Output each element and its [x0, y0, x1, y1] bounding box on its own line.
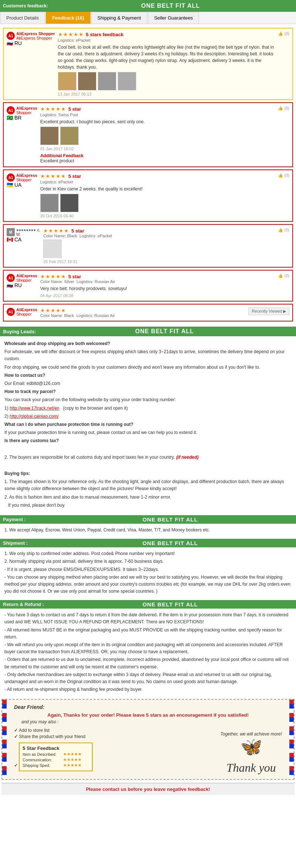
reviewer-info: A1 AliExpress Shopper: [7, 307, 37, 316]
bottom-warning: Please contact us before you leave negat…: [1, 783, 295, 795]
tab-product-details[interactable]: Product Details: [0, 12, 45, 24]
buying-info-p7: 1) http://www.17track.net/en (copy to th…: [4, 405, 292, 412]
avatar: A1: [7, 173, 15, 182]
reviewer-row: A1 AliExpress Shopper: [7, 106, 37, 115]
avatar: A1: [7, 106, 15, 114]
buying-info-p2: For drop shipping, we could send the goo…: [4, 364, 292, 371]
buying-leads-label: Buying Leads:: [3, 329, 36, 334]
reviewer-sub: M.: [16, 232, 40, 237]
review-header: A1 AliExpress Shopper 🇷🇺 RU ★★★★★ 5 star…: [7, 273, 289, 298]
rating-text: 5 star: [68, 274, 81, 279]
feedback-box: 5 Star Feedback Item as Described: ★★★★★…: [19, 743, 93, 771]
tab-shipping[interactable]: Shipping & Payment: [91, 12, 147, 24]
reviewer-name: AliExpress Shopper: [16, 31, 55, 36]
payment-banner: Payment : ONE BELT FIT ALL: [0, 515, 296, 524]
shipment-line-3: - You can choose any shipping method whe…: [4, 574, 292, 595]
buying-info-p17: 2. As this is fashion item and also due …: [4, 494, 292, 501]
color-info: Color Name: Black Logistics: Russian Air: [40, 313, 248, 318]
reviewer-row: A1 AliExpress Shopper: [7, 307, 37, 316]
review-date: 01 Jan 2017 18:02: [40, 147, 278, 151]
buying-info-p1: For wholesale, we will offer discount or…: [4, 348, 292, 362]
recently-viewed-badge[interactable]: Recently Viewed ▶: [248, 307, 289, 315]
reviewer-info: A1 AliExpress Shopper 🇧🇷 BR: [7, 106, 37, 121]
feedback-label-0: Item as Described:: [23, 752, 63, 757]
thank-you-text: Thank you: [226, 761, 276, 775]
buying-info-p15: Buying tips:: [4, 470, 292, 477]
payment-label: Payment :: [3, 517, 47, 522]
reviewer-row: A1 AliExpress Shopper AliExpress Shopper: [7, 31, 55, 40]
feedback-stars-2: ★★★★★: [63, 763, 82, 768]
return-banner: Return & Refund : ONE BELT FIT ALL: [0, 600, 296, 609]
review-image: [40, 194, 59, 212]
review-date: 13 Jan 2017 06:13: [58, 92, 278, 96]
country-flag: 🇨🇦 CA: [7, 237, 40, 242]
feedback-row-2: Shipping Sped: ★★★★★: [23, 763, 89, 768]
thank-you-card: Dear Friend: Again, Thanks for your orde…: [1, 699, 295, 780]
reviewer-info: M ●●●●●●●● c. M. 🇨🇦 CA: [7, 228, 40, 242]
review-text: Very nice belt. horoshy prodovets. sovet…: [40, 285, 278, 292]
reviewer-name: AliExpress: [16, 307, 37, 312]
buying-info-p11: Is there any customs tax?: [4, 437, 292, 444]
checklist-item-0: Add to store list: [14, 728, 220, 733]
shipment-title: ONE BELT FIT ALL: [47, 540, 293, 546]
buying-info-p3: How to contact us?: [4, 372, 292, 379]
return-line-3: - Orders that are returned to us due to …: [4, 656, 292, 670]
thumbs[interactable]: 👍 (0): [278, 173, 289, 178]
logistics: Logistics: Swiss Post: [40, 113, 278, 117]
return-content: - You have 3 days to contact us and 7 da…: [0, 609, 296, 696]
review-images: [58, 72, 278, 90]
review-main: ★★★★★ 5 star Color Name: Silver Logistic…: [40, 273, 278, 298]
stars: ★★★★★: [58, 31, 84, 37]
feedback-box-title: 5 Star Feedback: [23, 745, 89, 751]
review-header: A1 AliExpress Shopper 🇺🇦 UA ★★★★★ 5 star…: [7, 173, 289, 218]
country-flag: 🇺🇦 UA: [7, 182, 37, 188]
review-image: [40, 127, 59, 145]
shipment-label: Shipment :: [3, 540, 47, 546]
header-title: ONE BELT FIT ALL: [48, 3, 293, 9]
additional-feedback-text: Excellent product: [40, 158, 278, 163]
return-title: ONE BELT FIT ALL: [47, 601, 293, 607]
return-line-0: - You have 3 days to contact us and 7 da…: [4, 612, 292, 626]
and-you-text: and you may also :: [21, 719, 282, 724]
stars: ★★★★★: [43, 228, 69, 234]
thumbs[interactable]: 👍 (0): [278, 106, 289, 111]
thumbs[interactable]: 👍 (0): [278, 273, 289, 278]
review-card: M ●●●●●●●● c. M. 🇨🇦 CA ★★★★★ 5 star Colo…: [3, 224, 293, 268]
logistics: Logistics: ePacket: [58, 38, 278, 42]
buying-info-p14: [4, 462, 292, 469]
thumbs[interactable]: 👍 (0): [278, 228, 289, 232]
butterfly-icon: 🦋: [240, 737, 262, 757]
shipment-line-0: 1. We only ship to confirmed order addre…: [4, 550, 292, 557]
additional-feedback-title: Additional Feedback: [40, 153, 278, 158]
reviewer-sub: Shopper: [16, 178, 37, 182]
review-images: [43, 240, 278, 258]
review-date: 26 Oct 2016 06:40: [40, 214, 278, 218]
review-main: ★★★★★ 5 star Color Name: Black Logistics…: [43, 228, 278, 264]
tabs-container: Product Details Feedback (16) Shipping &…: [0, 12, 296, 24]
buying-info-p6: You can track your parcel on the followi…: [4, 396, 292, 403]
country-flag: 🇷🇺 RU: [7, 40, 55, 46]
review-date: 04 Apr 2017 06:38: [40, 293, 278, 298]
avatar: A1: [7, 32, 15, 40]
review-text: Cool belt. to look at all well. the clas…: [58, 44, 278, 70]
tab-feedback[interactable]: Feedback (16): [46, 12, 90, 24]
reviewer-sub: AliExpress Shopper: [16, 36, 55, 40]
feedback-stars-0: ★★★★★: [63, 752, 82, 757]
review-images: [40, 194, 278, 212]
buying-info-p0: Wholesale and drop shipping are both wel…: [4, 340, 292, 347]
review-card: A1 AliExpress Shopper AliExpress Shopper…: [3, 28, 293, 100]
logistics: Logistics: ePacket: [40, 180, 278, 184]
stars: ★★★★★: [40, 106, 66, 112]
card-columns: Add to store list Share the product with…: [14, 727, 282, 775]
right-col: Together, we will achieve more! 🦋 Thank …: [220, 731, 282, 775]
thumbs[interactable]: 👍 (0): [278, 31, 289, 36]
buying-info-p18: If you mind, please don't buy.: [4, 502, 292, 509]
reviewer-name: AliExpress: [16, 173, 37, 178]
review-text: Order in Kiev came 2 weeks. the quality …: [40, 186, 278, 192]
avatar: A1: [7, 308, 15, 316]
return-line-5: - All return and re-shipment shipping & …: [4, 686, 292, 693]
shipment-banner: Shipment : ONE BELT FIT ALL: [0, 539, 296, 547]
tab-seller[interactable]: Seller Guarantees: [148, 12, 199, 24]
reviewer-sub: Shopper: [16, 278, 37, 282]
rating-text: 5 stars feedback: [86, 32, 124, 37]
